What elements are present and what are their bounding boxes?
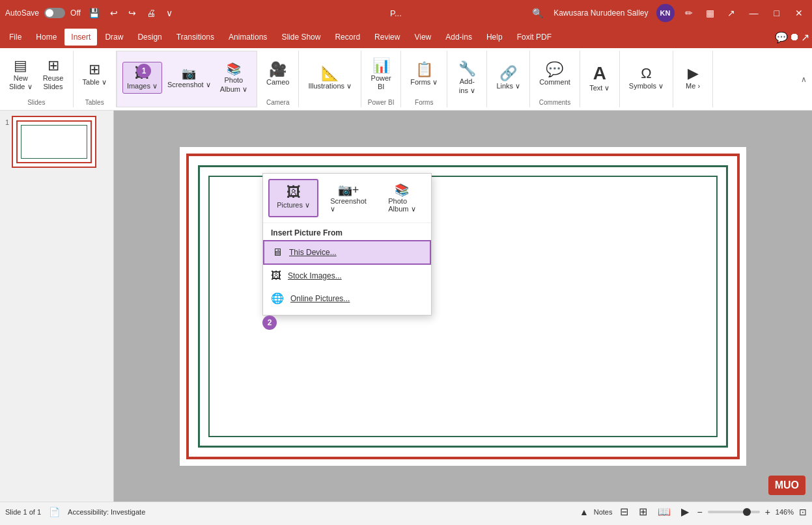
- comment-button[interactable]: 💬 Comment: [535, 59, 574, 89]
- fit-slide-icon[interactable]: ⊡: [799, 507, 807, 517]
- menu-draw[interactable]: Draw: [98, 29, 130, 46]
- menu-record[interactable]: Record: [328, 29, 367, 46]
- symbols-button[interactable]: Ω Symbols ∨: [625, 62, 667, 93]
- menu-addins[interactable]: Add-ins: [439, 29, 479, 46]
- table-button[interactable]: ⊞ Table ∨: [79, 59, 111, 89]
- menu-view[interactable]: View: [408, 29, 438, 46]
- slide-thumbnail[interactable]: [12, 116, 96, 168]
- status-right: ▲ Notes ⊟ ⊞ 📖 ▶ − + 146% ⊡: [580, 504, 807, 519]
- forms-icon: 📋: [415, 61, 433, 78]
- menu-home[interactable]: Home: [29, 29, 63, 46]
- ribbon-group-forms: 📋 Forms ∨ Forms: [401, 51, 447, 107]
- status-notes-icon[interactable]: 📄: [49, 507, 60, 517]
- photo-album-dropdown-btn[interactable]: 📚 PhotoAlbum ∨: [378, 179, 426, 217]
- title-bar-right: 🔍 Kawusara Nurudeen Salley KN ✏ ▦ ↗ — □ …: [529, 4, 807, 22]
- dropdown-top-row: 🖼 Pictures ∨ 📷+ Screenshot ∨ 📚 PhotoAlbu…: [263, 174, 431, 223]
- undo-icon[interactable]: ↩: [107, 7, 120, 20]
- zoom-level[interactable]: 146%: [776, 508, 794, 516]
- slide-info: Slide 1 of 1: [5, 508, 41, 516]
- autosave-toggle[interactable]: [44, 8, 65, 18]
- powerbi-icon: 📊: [372, 57, 390, 74]
- reading-view-btn[interactable]: 📖: [655, 504, 673, 519]
- menu-foxit[interactable]: Foxit PDF: [511, 29, 558, 46]
- reuse-slides-button[interactable]: ⊞ ReuseSlides: [39, 55, 68, 94]
- save-icon[interactable]: 💾: [86, 7, 102, 20]
- menu-transitions[interactable]: Transitions: [170, 29, 221, 46]
- avatar[interactable]: KN: [656, 4, 675, 22]
- powerbi-group-label: Power BI: [368, 96, 395, 106]
- menu-design[interactable]: Design: [131, 29, 168, 46]
- addins-button[interactable]: 🔧 Add-ins ∨: [453, 58, 481, 97]
- more-icon[interactable]: ∨: [163, 7, 175, 20]
- pictures-dropdown-btn[interactable]: 🖼 Pictures ∨: [268, 179, 318, 217]
- links-button[interactable]: 🔗 Links ∨: [492, 62, 524, 93]
- ribbon-group-addins: 🔧 Add-ins ∨: [447, 51, 487, 107]
- forms-button[interactable]: 📋 Forms ∨: [406, 59, 441, 89]
- close-button[interactable]: ✕: [791, 7, 807, 20]
- status-left: Slide 1 of 1 📄 Accessibility: Investigat…: [5, 507, 569, 517]
- online-pictures-item[interactable]: 🌐 Online Pictures...: [263, 287, 431, 310]
- main-area: 1 🖼 Pictures ∨ 📷: [0, 111, 812, 502]
- slideshow-btn[interactable]: ▶: [679, 504, 692, 519]
- maximize-button[interactable]: □: [770, 7, 783, 20]
- normal-view-btn[interactable]: ⊟: [617, 504, 631, 519]
- step2-badge: 2: [262, 316, 277, 330]
- notes-button[interactable]: ▲: [580, 507, 589, 517]
- this-device-item[interactable]: 🖥 This Device...: [263, 240, 431, 265]
- slide-canvas: 🖼 Pictures ∨ 📷+ Screenshot ∨ 📚 PhotoAlbu…: [114, 111, 812, 502]
- photo-album-icon: 📚: [227, 62, 241, 76]
- step1-badge: 1: [137, 64, 151, 78]
- new-slide-button[interactable]: ▤ NewSlide ∨: [5, 55, 36, 94]
- menu-file[interactable]: File: [3, 29, 28, 46]
- slide-sorter-btn[interactable]: ⊞: [636, 504, 650, 519]
- redo-icon[interactable]: ↪: [126, 7, 139, 20]
- comment-icon[interactable]: 💬: [775, 31, 788, 44]
- minimize-button[interactable]: —: [746, 7, 763, 20]
- slide-number: 1: [5, 116, 9, 126]
- ribbon-collapse-button[interactable]: ∧: [801, 75, 807, 84]
- autosave-state: Off: [70, 8, 81, 18]
- zoom-slider[interactable]: [708, 511, 760, 513]
- screenshot-dropdown-btn[interactable]: 📷+ Screenshot ∨: [324, 179, 373, 217]
- search-icon[interactable]: 🔍: [529, 7, 546, 20]
- ribbon-group-slides: ▤ NewSlide ∨ ⊞ ReuseSlides Slides: [0, 51, 74, 107]
- media-icon: ▶: [688, 65, 699, 82]
- title-bar: AutoSave Off 💾 ↩ ↪ 🖨 ∨ P... 🔍 Kawusara N…: [0, 0, 812, 26]
- notes-label[interactable]: Notes: [594, 508, 613, 516]
- slides-group-label: Slides: [27, 96, 45, 106]
- media-button[interactable]: ▶ Me ›: [679, 62, 707, 93]
- stock-images-item[interactable]: 🖼 Stock Images...: [263, 265, 431, 287]
- menu-animations[interactable]: Animations: [222, 29, 273, 46]
- menu-review[interactable]: Review: [368, 29, 406, 46]
- minus-zoom-icon[interactable]: −: [697, 507, 702, 517]
- illustrations-button[interactable]: 📐 Illustrations ∨: [304, 62, 356, 93]
- photo-album-button[interactable]: 📚 PhotoAlbum ∨: [216, 59, 251, 96]
- table-icon: ⊞: [89, 61, 100, 78]
- cameo-button[interactable]: 🎥 Cameo: [262, 59, 293, 89]
- photo-album-dropdown-icon: 📚: [395, 183, 409, 197]
- record-icon[interactable]: ⏺: [789, 31, 800, 43]
- pen-icon[interactable]: ✏: [682, 7, 695, 20]
- illustrations-icon: 📐: [321, 65, 339, 82]
- cameo-icon: 🎥: [269, 61, 287, 78]
- autosave-label: AutoSave: [5, 8, 39, 18]
- plus-zoom-icon[interactable]: +: [765, 507, 770, 517]
- customize-icon[interactable]: 🖨: [144, 7, 158, 20]
- menu-insert[interactable]: Insert: [64, 29, 97, 46]
- insert-from-title: Insert Picture From: [263, 223, 431, 240]
- title-bar-left: AutoSave Off 💾 ↩ ↪ 🖨 ∨: [5, 7, 262, 20]
- zoom-thumb: [743, 508, 751, 516]
- share2-icon[interactable]: ↗: [801, 31, 809, 44]
- menu-help[interactable]: Help: [480, 29, 509, 46]
- accessibility-status[interactable]: Accessibility: Investigate: [68, 508, 145, 516]
- images-dropdown: 🖼 Pictures ∨ 📷+ Screenshot ∨ 📚 PhotoAlbu…: [262, 173, 432, 316]
- text-button[interactable]: A Text ∨: [585, 61, 614, 95]
- menu-slideshow[interactable]: Slide Show: [275, 29, 327, 46]
- screenshot-button[interactable]: 📷 Screenshot ∨: [163, 64, 215, 92]
- present-icon[interactable]: ▦: [703, 7, 717, 20]
- ribbon-group-tables: ⊞ Table ∨ Tables: [74, 51, 117, 107]
- powerbi-button[interactable]: 📊 PowerBI: [367, 55, 395, 94]
- tables-group-label: Tables: [85, 96, 104, 106]
- new-slide-icon: ▤: [14, 57, 27, 74]
- share-icon[interactable]: ↗: [725, 7, 738, 20]
